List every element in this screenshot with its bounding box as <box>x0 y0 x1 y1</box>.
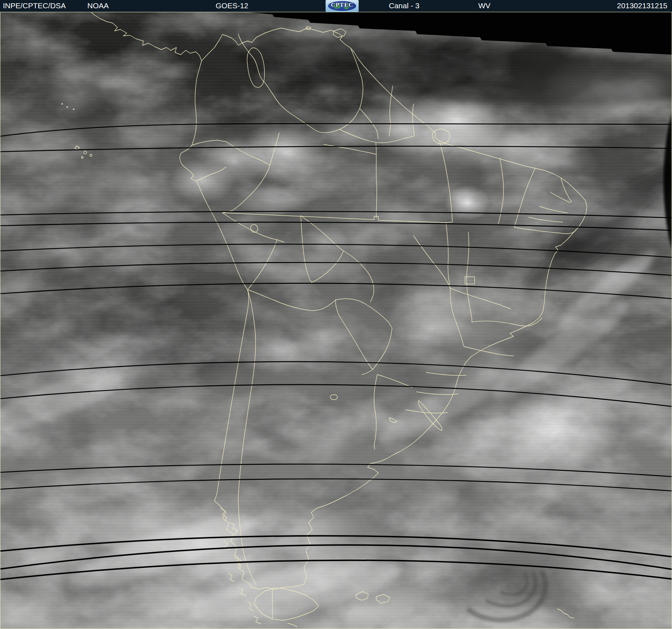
coastline-central-america <box>91 12 202 61</box>
header-label-satellite: GOES-12 <box>216 0 248 12</box>
cloud-streaks <box>0 25 672 629</box>
overlay-svg <box>0 12 672 629</box>
header-label-band: WV <box>478 0 491 12</box>
scan-line <box>0 211 672 218</box>
country-borders <box>192 34 446 584</box>
header-label-agency: INPE/CPTEC/DSA <box>3 0 66 12</box>
scan-line <box>0 283 672 299</box>
spiral-arcs <box>451 571 546 629</box>
scan-line <box>0 536 672 557</box>
cptec-logo: CPTEC <box>326 0 359 12</box>
logo-text: CPTEC <box>326 1 359 9</box>
no-data-limb <box>663 112 672 250</box>
coastline-south-america <box>180 28 587 589</box>
header-label-noaa: NOAA <box>87 0 109 12</box>
scan-line <box>0 479 672 491</box>
scan-line <box>0 464 672 477</box>
satellite-image <box>0 12 672 629</box>
header-bar: INPE/CPTEC/DSA NOAA GOES-12 CPTEC Canal … <box>0 0 672 12</box>
scan-line <box>0 124 672 136</box>
scan-line <box>0 146 672 152</box>
islands <box>61 27 574 618</box>
header-label-channel: Canal - 3 <box>389 0 419 12</box>
header-label-timestamp: 201302131215 <box>617 0 667 12</box>
